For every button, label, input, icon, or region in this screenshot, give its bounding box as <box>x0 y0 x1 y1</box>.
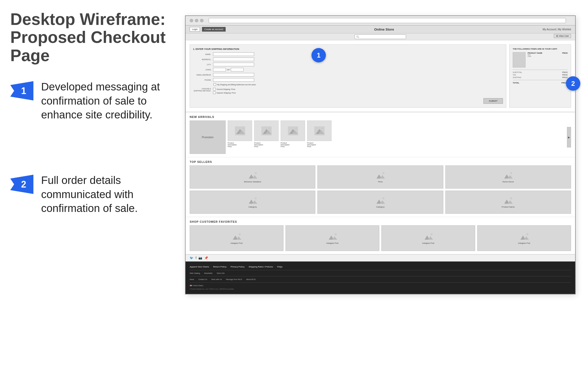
svg-marker-41 <box>236 236 241 240</box>
svg-point-48 <box>430 233 433 235</box>
new-arrivals-section: NEW ARRIVALS Promotion <box>186 112 575 157</box>
footer-link-contact[interactable]: Contact Us <box>198 278 207 280</box>
annotation-badge-2: 2 <box>10 175 33 194</box>
category-name-womens-sweaters: Womens Sweaters <box>244 181 261 183</box>
same-address-row: My Shipping and Billing Addresses are th… <box>214 83 503 86</box>
product-img-2 <box>254 120 279 141</box>
create-account-button[interactable]: Create an account <box>202 27 226 32</box>
ground-shipping-checkbox[interactable] <box>213 88 216 90</box>
phone-input[interactable] <box>213 78 254 82</box>
product-card-3: ProductDescription Price <box>281 120 305 147</box>
cart-total-label: TOTAL <box>513 82 519 84</box>
form-row-name: NAME: <box>193 52 503 56</box>
facebook-icon[interactable]: f <box>196 256 196 260</box>
state-input[interactable] <box>213 68 226 71</box>
browser-btn-red <box>190 19 193 22</box>
footer-link-faqs[interactable]: FAQs <box>277 266 283 268</box>
annotation-2: 2 Full order details communicated with c… <box>10 173 170 216</box>
footer-link-news[interactable]: News <box>190 278 194 280</box>
new-arrivals-title: NEW ARRIVALS <box>190 115 571 118</box>
cart-summary: THE FOLLOWING ITEMS ARE IN YOUR CART: PR… <box>509 44 571 108</box>
category-card-home-decor[interactable]: Home Decor <box>445 165 571 189</box>
category-icon-womens-sweaters <box>247 171 258 180</box>
address-input[interactable] <box>213 58 254 61</box>
instagram-card-3[interactable]: Instagram Post <box>381 225 475 251</box>
svg-point-17 <box>295 127 297 129</box>
shipping-form: 1. ENTER YOUR SHIPPING INFORMATION NAME:… <box>190 44 506 108</box>
product-card-2: ProductDescription Price <box>254 120 279 147</box>
ground-shipping-text: Ground Shipping: Price <box>217 88 235 90</box>
product-desc-2: ProductDescription <box>254 142 279 146</box>
browser-chrome <box>186 16 575 25</box>
store-nav-left: Login Create an account <box>190 27 226 32</box>
instagram-social-icon[interactable]: 📷 <box>198 256 202 260</box>
dark-footer: Apparel Size Charts Return Policy Privac… <box>186 262 575 294</box>
view-cart-button[interactable]: ⊞ View Cart <box>554 34 571 38</box>
instagram-card-1[interactable]: Instagram Post <box>190 225 283 251</box>
city-input[interactable] <box>213 63 254 66</box>
category-name-1: Category <box>248 206 256 208</box>
svg-point-36 <box>382 197 384 199</box>
cart-shipping-value: PRICE <box>562 77 568 78</box>
wireframe-annotation-1: 1 <box>311 48 326 62</box>
category-card-product[interactable]: Product Name <box>445 191 571 214</box>
category-card-2[interactable]: Category <box>317 191 443 214</box>
search-box[interactable] <box>355 34 406 39</box>
product-card-1: ProductDescription Price <box>228 120 252 147</box>
submit-button[interactable]: SUBMIT <box>483 98 503 104</box>
category-card-womens-sweaters[interactable]: Womens Sweaters <box>190 165 315 189</box>
login-button[interactable]: Login <box>190 27 200 32</box>
next-arrow-button[interactable]: ▶ <box>567 127 571 147</box>
instagram-card-2[interactable]: Instagram Post <box>286 225 379 251</box>
instagram-card-4[interactable]: Instagram Post <box>477 225 571 251</box>
form-row-address: ADDRESS: <box>193 58 503 61</box>
my-wishlist-link[interactable]: My Wishlist <box>558 28 571 31</box>
my-account-link[interactable]: My Account <box>543 28 556 31</box>
svg-point-51 <box>526 233 528 235</box>
same-address-checkbox[interactable] <box>214 83 216 86</box>
cart-details: PRODUCT NAME Size Color <box>528 52 560 68</box>
footer-link-about-muji[interactable]: About MUJI <box>246 278 256 280</box>
promotion-block: Promotion <box>190 120 226 154</box>
category-card-pens[interactable]: Pens <box>317 165 443 189</box>
pinterest-icon[interactable]: 📌 <box>204 256 208 260</box>
category-name-pens: Pens <box>378 181 383 183</box>
footer-link-return[interactable]: Return Policy <box>213 266 227 268</box>
footer-link-privacy[interactable]: Privacy Policy <box>231 266 244 268</box>
cart-subtotal-label: SUBTOTAL <box>513 71 522 73</box>
product-img-1 <box>228 120 252 141</box>
cart-subtotal-value: PRICE <box>562 71 568 73</box>
store-actions-row: ⊞ View Cart <box>186 33 575 40</box>
cart-shipping-row: SHIPPING PRICE <box>513 77 568 78</box>
form-row-email: EMAIL ADDRESS <box>193 73 503 77</box>
express-shipping-checkbox[interactable] <box>213 91 216 94</box>
footer-link-store-info[interactable]: Store Info <box>217 272 224 274</box>
product-cards: ProductDescription Price <box>228 120 565 147</box>
cart-tax-label: TAX <box>513 74 516 76</box>
category-card-1[interactable]: Category <box>190 191 315 214</box>
svg-point-42 <box>239 233 241 235</box>
svg-marker-35 <box>380 200 385 204</box>
mountain-icon-2 <box>261 126 272 135</box>
name-input[interactable] <box>213 52 254 56</box>
svg-marker-23 <box>252 175 257 179</box>
svg-point-13 <box>269 127 271 129</box>
email-input[interactable] <box>213 73 254 77</box>
footer-link-catalog[interactable]: Web Catalog <box>190 272 200 274</box>
twitter-icon[interactable]: 🐦 <box>190 256 194 260</box>
footer-link-shipping[interactable]: Shipping Rates / Policies <box>249 266 273 268</box>
instagram-icon-4 <box>519 232 529 241</box>
url-bar[interactable] <box>209 18 566 23</box>
mountain-icon-4 <box>314 126 325 135</box>
footer-link-size-charts[interactable]: Apparel Size Charts <box>190 266 209 268</box>
footer-link-newsletter[interactable]: Newsletter <box>204 272 213 274</box>
footer-link-work[interactable]: Work with Us <box>211 278 222 280</box>
zip-input[interactable] <box>231 68 244 71</box>
svg-point-45 <box>335 233 337 235</box>
wireframe: Login Create an account Online Store My … <box>185 15 576 294</box>
footer-country[interactable]: 🇺🇸 United States <box>190 285 571 287</box>
footer-links-row3: News Contact Us Work with Us Message fro… <box>190 278 571 283</box>
product-img-3 <box>281 120 305 141</box>
shipping-method-label: CHOOSE A SHIPPING METHOD: <box>193 88 211 92</box>
footer-link-message-muji[interactable]: Message from MUJI <box>226 278 242 280</box>
